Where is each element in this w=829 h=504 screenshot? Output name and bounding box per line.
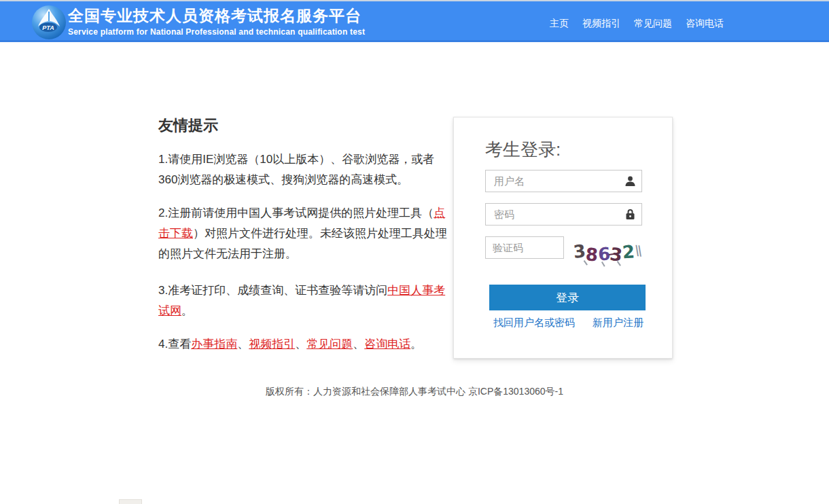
username-field-wrap — [485, 170, 642, 192]
tip4-sep-1: 、 — [237, 338, 249, 350]
captcha-digit: 2 — [622, 238, 636, 266]
tip3-text-1: 3.准考证打印、成绩查询、证书查验等请访问 — [158, 284, 387, 297]
header: PTA 全国专业技术人员资格考试报名服务平台 Service platform … — [0, 0, 829, 42]
login-panel: 考生登录: 38632\\ 登录 找回用户名或密码 — [453, 117, 673, 359]
login-title: 考生登录: — [485, 138, 561, 162]
captcha-image[interactable]: 38632\\ — [574, 239, 646, 266]
faq-link[interactable]: 常见问题 — [306, 338, 353, 350]
tip2-text-1: 2.注册前请使用中国人事考试网提供的照片处理工具（ — [158, 206, 434, 219]
tip-item-3: 3.准考证打印、成绩查询、证书查验等请访问中国人事考试网。 — [158, 281, 449, 321]
nav-faq-link[interactable]: 常见问题 — [634, 18, 672, 30]
tip4-sep-3: 、 — [353, 338, 364, 350]
tip4-text-2: 。 — [410, 338, 422, 350]
tip1-text: 1.请使用IE浏览器（10以上版本）、谷歌浏览器，或者360浏览器的极速模式、搜… — [158, 153, 434, 186]
password-input[interactable] — [485, 203, 642, 226]
tip3-text-2: 。 — [181, 304, 193, 317]
tip4-text-1: 4.查看 — [158, 338, 191, 350]
password-field-wrap — [485, 203, 642, 226]
footer-copyright: 版权所有：人力资源和社会保障部人事考试中心 京ICP备13013060号-1 — [0, 386, 829, 398]
username-input[interactable] — [485, 170, 642, 192]
partial-edge-artifact — [119, 499, 142, 504]
tip-item-1: 1.请使用IE浏览器（10以上版本）、谷歌浏览器，或者360浏览器的极速模式、搜… — [158, 149, 449, 190]
login-links-row: 找回用户名或密码 新用户注册 — [493, 317, 643, 329]
login-button[interactable]: 登录 — [489, 285, 646, 310]
site-subtitle: Service platform for National Profession… — [68, 27, 365, 37]
captcha-input[interactable] — [485, 236, 564, 259]
captcha-field-wrap — [485, 236, 564, 259]
friendly-tips-section: 友情提示 1.请使用IE浏览器（10以上版本）、谷歌浏览器，或者360浏览器的极… — [158, 115, 449, 367]
tip4-sep-2: 、 — [295, 338, 306, 350]
tip-item-4: 4.查看办事指南、视频指引、常见问题、咨询电话。 — [158, 334, 449, 355]
logo-text: PTA — [42, 24, 54, 31]
nav-video-guide-link[interactable]: 视频指引 — [582, 18, 620, 30]
top-nav: 主页 视频指引 常见问题 咨询电话 — [550, 18, 724, 30]
tip2-text-2: ）对照片文件进行处理。未经该照片处理工具处理的照片文件无法用于注册。 — [158, 227, 447, 260]
phone-link[interactable]: 咨询电话 — [364, 338, 410, 350]
captcha-noise-slashes: \\ — [635, 242, 642, 261]
forgot-credentials-link[interactable]: 找回用户名或密码 — [493, 317, 575, 329]
site-title: 全国专业技术人员资格考试报名服务平台 — [68, 6, 365, 25]
user-icon — [624, 175, 636, 187]
pta-logo-icon: PTA — [31, 5, 67, 40]
lock-icon — [624, 209, 636, 220]
nav-home-link[interactable]: 主页 — [550, 18, 569, 30]
video-guide-link[interactable]: 视频指引 — [249, 338, 295, 350]
tip-item-2: 2.注册前请使用中国人事考试网提供的照片处理工具（点击下载）对照片文件进行处理。… — [158, 203, 449, 264]
header-titles: 全国专业技术人员资格考试报名服务平台 Service platform for … — [68, 6, 365, 37]
service-guide-link[interactable]: 办事指南 — [191, 338, 237, 350]
tips-heading: 友情提示 — [158, 115, 449, 136]
nav-phone-link[interactable]: 咨询电话 — [686, 18, 724, 30]
register-link[interactable]: 新用户注册 — [593, 317, 643, 329]
